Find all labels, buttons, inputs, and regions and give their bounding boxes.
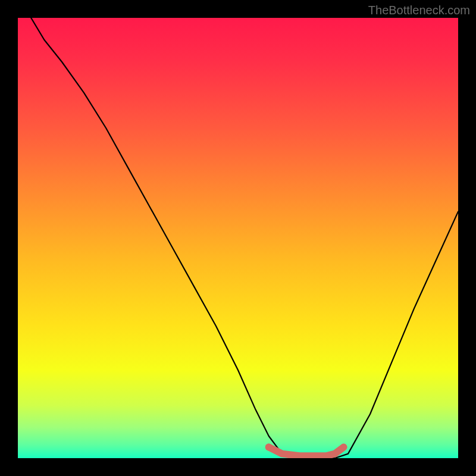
highlight-overlay <box>18 18 458 458</box>
watermark-text: TheBottleneck.com <box>368 4 470 17</box>
plot-area <box>18 18 458 458</box>
